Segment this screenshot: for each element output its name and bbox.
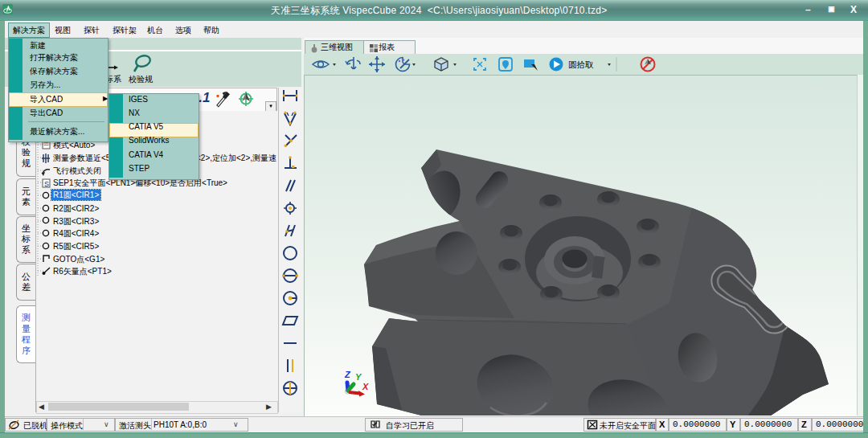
svg-text:S: S xyxy=(44,180,49,188)
svg-text:Y: Y xyxy=(355,372,362,382)
svg-text:X: X xyxy=(362,382,369,391)
svg-text:Z: Z xyxy=(344,370,351,379)
svg-text:圆拾取: 圆拾取 xyxy=(568,59,594,69)
